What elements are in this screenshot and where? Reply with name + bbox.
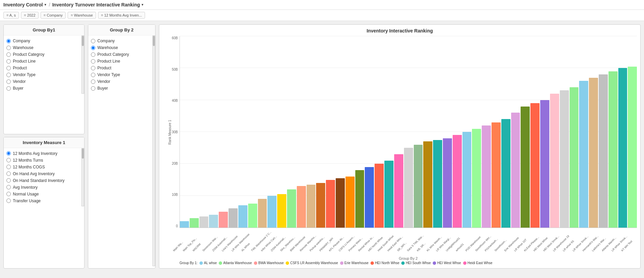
bar[interactable] [190, 218, 199, 228]
bar[interactable] [384, 161, 393, 228]
bar[interactable] [560, 90, 569, 228]
bar-item: KLEast-Please... [530, 36, 540, 228]
group-by2-item[interactable]: Product [91, 65, 150, 71]
bar-item: LR Whse Smok... [618, 36, 627, 228]
bar[interactable] [199, 216, 209, 228]
bar[interactable] [599, 74, 608, 228]
group-by1-item[interactable]: Buyer [6, 85, 79, 92]
bar[interactable] [423, 141, 432, 228]
group-by2-item[interactable]: Product Line [91, 58, 150, 65]
filter-chip[interactable]: = A, s [3, 12, 19, 19]
bar[interactable] [180, 221, 189, 228]
bar[interactable] [511, 113, 520, 228]
bar[interactable] [375, 164, 384, 228]
bar[interactable] [530, 103, 540, 228]
inventory-measure-item[interactable]: Transfer Usage [6, 198, 79, 204]
bar[interactable] [404, 148, 413, 228]
bar[interactable] [433, 140, 442, 228]
bar[interactable] [618, 68, 627, 228]
bar[interactable] [501, 119, 510, 228]
bar-label: Ladona's War... [591, 233, 610, 252]
group-by1-item[interactable]: Warehouse [6, 44, 79, 51]
bar[interactable] [345, 177, 355, 228]
bar-label: LR Wire Warehouse [231, 233, 250, 252]
bar-label: PRIMARY_WH [319, 233, 338, 252]
filter-chip[interactable]: = 2022 [21, 12, 39, 19]
bar[interactable] [453, 135, 462, 228]
bar[interactable] [589, 78, 598, 228]
bar[interactable] [238, 205, 247, 228]
bar[interactable] [297, 186, 306, 228]
bar[interactable] [336, 178, 345, 228]
legend-label: Group By 1: [180, 261, 197, 265]
bar[interactable] [482, 125, 491, 228]
bar[interactable] [492, 122, 501, 228]
bar[interactable] [209, 215, 218, 228]
bar[interactable] [472, 129, 481, 228]
bar[interactable] [267, 196, 277, 228]
inventory-measure-item[interactable]: 12 Months Avg Inventory [6, 150, 79, 157]
group-by1-item[interactable]: Vendor [6, 78, 79, 85]
bar-label: StoreRoom... [494, 233, 513, 252]
bar[interactable] [462, 132, 472, 228]
bar[interactable] [355, 170, 364, 228]
bar-item: Heidi East Whs... [394, 36, 403, 228]
bar-item: Sara S TWL War... [414, 36, 423, 228]
page-title-btn[interactable]: Inventory Turnover Interactive Ranking [52, 2, 144, 7]
group-by2-item[interactable]: Vendor Type [91, 71, 150, 78]
legend-dot [286, 261, 289, 265]
filter-chip[interactable]: = Company [41, 12, 66, 19]
inventory-measure-item[interactable]: On Hand Avg Inventory [6, 170, 79, 177]
group-by2-item[interactable]: Buyer [91, 85, 150, 92]
y-tick: 10B [172, 193, 178, 196]
bar[interactable] [219, 212, 228, 228]
inventory-measure-item[interactable]: On Hand Standard Inventory [6, 177, 79, 184]
group-by2-item[interactable]: Company [91, 38, 150, 44]
bar-item: UnMgtWrhus01 [453, 36, 462, 228]
group-by1-item[interactable]: Vendor Type [6, 71, 79, 78]
group-by1-item[interactable]: Product Line [6, 58, 79, 65]
bar[interactable] [521, 107, 530, 228]
bar-label: Lisa's Warehouse [221, 233, 240, 252]
bar-item: ZISM Automati... [277, 36, 286, 228]
filter-chip[interactable]: = 12 Months Avg Inven... [98, 12, 145, 19]
group-by2-item[interactable]: Product Category [91, 51, 150, 58]
filter-chip[interactable]: = Warehouse [68, 12, 96, 19]
bar[interactable] [414, 145, 423, 228]
group-by2-item[interactable]: Warehouse [91, 44, 150, 51]
app-title-btn[interactable]: Inventory Control [3, 2, 47, 7]
bar[interactable] [248, 204, 257, 228]
group-by2-scrollbar[interactable] [152, 36, 155, 266]
bar-label: Main Wa... [172, 233, 191, 252]
bar[interactable] [326, 180, 335, 228]
bar[interactable] [394, 154, 403, 228]
bar[interactable] [229, 208, 238, 228]
inventory-measure-item[interactable]: 12 Months Turns [6, 157, 79, 164]
legend-dot [463, 261, 467, 265]
group-by2-item[interactable]: Vendor [91, 78, 150, 85]
bar[interactable] [570, 87, 579, 228]
bar[interactable] [628, 67, 637, 228]
bar[interactable] [258, 199, 267, 228]
bar-label: StoreRoom WH... [475, 233, 494, 252]
bar[interactable] [277, 194, 286, 228]
group-by1-item[interactable]: Product [6, 65, 79, 71]
bar[interactable] [540, 100, 549, 228]
bar[interactable] [443, 138, 452, 228]
group-by1-item[interactable]: Product Categroy [6, 51, 79, 58]
bar[interactable] [609, 71, 618, 228]
group-by1-scrollbar[interactable] [81, 36, 84, 94]
inventory-measure-item[interactable]: Avg Inventory [6, 184, 79, 191]
group-by1-item[interactable]: Company [6, 38, 79, 44]
bar[interactable] [550, 94, 559, 228]
bar[interactable] [365, 167, 374, 228]
inventory-measure-item[interactable]: Normal Usage [6, 191, 79, 198]
bar-item: LR Wire Warehouse [238, 36, 247, 228]
bar[interactable] [316, 183, 325, 228]
bar[interactable] [287, 189, 296, 228]
bar[interactable] [579, 81, 588, 228]
inventory-measure-scrollbar[interactable] [81, 148, 84, 206]
bar[interactable] [307, 185, 316, 228]
breadcrumb: Inventory Control / Inventory Turnover I… [3, 2, 144, 7]
inventory-measure-item[interactable]: 12 Months COGS [6, 164, 79, 170]
